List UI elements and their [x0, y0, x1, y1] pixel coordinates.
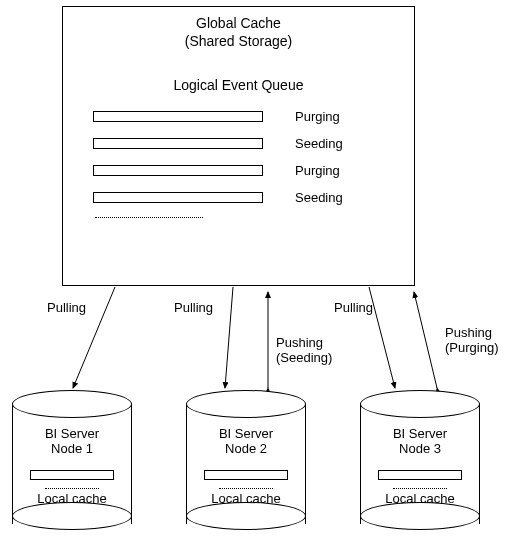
arrow-label-pushing-node3: Pushing: [445, 325, 492, 340]
event-queue-row: Purging: [63, 163, 414, 178]
global-cache-title: Global Cache: [63, 15, 414, 31]
node-title: BI Server: [12, 426, 132, 441]
node-title: BI Server: [360, 426, 480, 441]
local-cache-label: Local cache: [12, 491, 132, 506]
event-queue-label: Purging: [295, 109, 340, 124]
global-cache-box: Global Cache (Shared Storage) Logical Ev…: [62, 6, 415, 286]
event-queue-more-icon: [95, 217, 203, 218]
svg-line-5: [414, 292, 437, 388]
event-queue-bar: [93, 111, 263, 122]
arrow-label-pushing-detail-node2: (Seeding): [276, 350, 332, 365]
event-queue-bar: [93, 138, 263, 149]
node-subtitle: Node 1: [12, 441, 132, 456]
event-queue-label: Seeding: [295, 190, 343, 205]
logical-event-queue-title: Logical Event Queue: [63, 77, 414, 93]
cylinder-content: BI Server Node 3 Local cache: [360, 426, 480, 506]
arrow-label-pulling-node3: Pulling: [334, 300, 373, 315]
cylinder-bottom-icon: [186, 502, 306, 530]
svg-line-2: [225, 287, 233, 388]
cylinder-bottom-icon: [360, 502, 480, 530]
cylinder-top-icon: [186, 390, 306, 418]
arrow-label-pulling-node2: Pulling: [174, 300, 213, 315]
arrow-label-pulling-node1: Pulling: [47, 300, 86, 315]
event-queue-label: Seeding: [295, 136, 343, 151]
event-queue-row: Purging: [63, 109, 414, 124]
bi-server-node-1: BI Server Node 1 Local cache: [12, 390, 132, 530]
event-queue-list: Purging Seeding Purging Seeding: [63, 109, 414, 218]
arrow-label-pushing-node2: Pushing: [276, 335, 323, 350]
node-subtitle: Node 2: [186, 441, 306, 456]
bi-server-node-3: BI Server Node 3 Local cache: [360, 390, 480, 530]
cylinder-top-icon: [12, 390, 132, 418]
local-cache-label: Local cache: [186, 491, 306, 506]
local-cache-bar: [30, 470, 114, 480]
local-cache-bar: [204, 470, 288, 480]
event-queue-label: Purging: [295, 163, 340, 178]
node-title: BI Server: [186, 426, 306, 441]
event-queue-bar: [93, 192, 263, 203]
cylinder-top-icon: [360, 390, 480, 418]
local-cache-bar: [378, 470, 462, 480]
local-cache-more-icon: [393, 488, 447, 489]
node-subtitle: Node 3: [360, 441, 480, 456]
local-cache-label: Local cache: [360, 491, 480, 506]
bi-server-node-2: BI Server Node 2 Local cache: [186, 390, 306, 530]
global-cache-subtitle: (Shared Storage): [63, 33, 414, 49]
arrow-label-pushing-detail-node3: (Purging): [445, 340, 498, 355]
local-cache-more-icon: [219, 488, 273, 489]
event-queue-bar: [93, 165, 263, 176]
event-queue-row: Seeding: [63, 136, 414, 151]
cylinder-content: BI Server Node 2 Local cache: [186, 426, 306, 506]
cylinder-content: BI Server Node 1 Local cache: [12, 426, 132, 506]
local-cache-more-icon: [45, 488, 99, 489]
event-queue-row: Seeding: [63, 190, 414, 205]
cylinder-bottom-icon: [12, 502, 132, 530]
